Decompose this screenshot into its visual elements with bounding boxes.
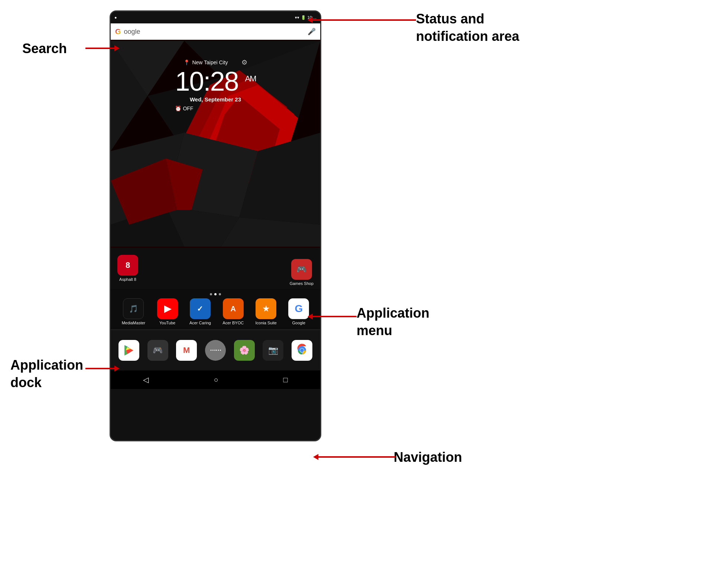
app-youtube[interactable]: ▶ YouTube: [157, 298, 178, 325]
nav-arrow-head: [313, 454, 318, 460]
svg-point-26: [300, 348, 304, 352]
app-google[interactable]: G Google: [288, 298, 309, 325]
alarm-icon: ⏰: [175, 106, 181, 111]
wallpaper: 📍 New Taipei City ⚙ 10:28 AM Wed, Septem…: [111, 40, 320, 248]
status-bar: ● ▾▾ 🔋 10:...: [111, 12, 320, 23]
game-controller-icon: 🎮: [147, 340, 168, 361]
apps-top-row: 8 Asphalt 8 🎮 Games Shop: [111, 248, 320, 289]
dot-1: [210, 293, 212, 295]
nav-arrow-line: [318, 456, 396, 458]
play-store-icon: [118, 340, 139, 361]
acer-caring-label: Acer Caring: [189, 321, 211, 325]
acer-byoc-label: Acer BYOC: [222, 321, 244, 325]
status-arrow: [312, 19, 416, 21]
settings-icon[interactable]: ⚙: [241, 58, 247, 67]
clock-time: 10:28 AM: [175, 68, 256, 95]
google-app-icon: G: [288, 298, 309, 319]
google-app-label: Google: [292, 321, 305, 325]
games-shop-icon: 🎮: [291, 259, 312, 280]
recent-button[interactable]: □: [283, 376, 287, 384]
acer-byoc-icon: A: [223, 298, 244, 319]
app-acer-caring[interactable]: ✓ Acer Caring: [189, 298, 211, 325]
google-text: oogle: [124, 28, 140, 36]
youtube-label: YouTube: [159, 321, 175, 325]
apps-tray: 🎵 MediaMaster ▶ YouTube ✓ Acer Caring: [111, 289, 320, 330]
alarm-status: OFF: [183, 106, 193, 111]
dock-app-drawer[interactable]: ⋯⋯: [205, 340, 226, 361]
clock-widget: 📍 New Taipei City ⚙ 10:28 AM Wed, Septem…: [175, 58, 256, 111]
app-dock-annotation-label: Applicationdock: [10, 357, 83, 392]
camera-icon: 📷: [263, 340, 283, 361]
app-iconia-suite[interactable]: ★ Iconia Suite: [255, 298, 276, 325]
foliage-icon: 🌸: [234, 340, 255, 361]
dock-chrome[interactable]: [292, 340, 312, 361]
search-bar[interactable]: G oogle 🎤: [111, 23, 320, 40]
gmail-icon: M: [176, 340, 197, 361]
location-pin-icon: 📍: [183, 59, 190, 65]
mediamaster-label: MediaMaster: [122, 321, 146, 325]
app-games-shop[interactable]: 🎮 Games Shop: [290, 259, 313, 286]
phone-frame: ● ▾▾ 🔋 10:... G oogle 🎤: [110, 10, 321, 441]
location-row: 📍 New Taipei City ⚙: [175, 58, 256, 67]
asphalt8-label: Asphalt 8: [119, 277, 136, 282]
search-arrow: [85, 48, 115, 49]
battery-icon: 🔋: [301, 15, 306, 20]
mic-icon[interactable]: 🎤: [308, 27, 316, 36]
iconia-suite-label: Iconia Suite: [255, 321, 276, 325]
dock-camera[interactable]: 📷: [263, 340, 283, 361]
mediamaster-icon: 🎵: [123, 298, 144, 319]
games-shop-label: Games Shop: [290, 281, 313, 286]
navigation-annotation-label: Navigation: [394, 450, 462, 465]
dot-2: [214, 293, 217, 295]
app-menu-annotation-label: Applicationmenu: [357, 305, 429, 340]
status-annotation-label: Status andnotification area: [416, 10, 519, 45]
dock-gmail[interactable]: M: [176, 340, 197, 361]
wifi-icon: ▾▾: [295, 15, 299, 20]
app-dock-arrow: [85, 368, 115, 369]
app-asphalt8[interactable]: 8 Asphalt 8: [117, 255, 138, 282]
back-button[interactable]: ◁: [143, 375, 149, 384]
alarm-row: ⏰ OFF: [175, 106, 256, 111]
app-drawer-icon: ⋯⋯: [205, 340, 226, 361]
app-mediamaster[interactable]: 🎵 MediaMaster: [122, 298, 146, 325]
page-dots: [210, 293, 221, 295]
location-text: New Taipei City: [192, 59, 228, 65]
dot-3: [219, 293, 221, 295]
app-menu-arrow: [312, 316, 357, 317]
youtube-icon: ▶: [157, 298, 178, 319]
status-left-icon: ●: [114, 15, 117, 20]
google-logo: G: [115, 27, 121, 36]
iconia-suite-icon: ★: [256, 298, 276, 319]
nav-bar: ◁ ○ □: [111, 370, 320, 389]
dock-game-controller[interactable]: 🎮: [147, 340, 168, 361]
chrome-icon: [292, 340, 312, 361]
search-annotation-label: Search: [22, 41, 67, 56]
dock-play-store[interactable]: [118, 340, 139, 361]
dock: 🎮 M ⋯⋯ 🌸 📷: [111, 330, 320, 370]
acer-caring-icon: ✓: [190, 298, 211, 319]
asphalt8-icon: 8: [117, 255, 138, 276]
app-acer-byoc[interactable]: A Acer BYOC: [222, 298, 244, 325]
home-button[interactable]: ○: [214, 376, 218, 384]
dock-foliage[interactable]: 🌸: [234, 340, 255, 361]
clock-date: Wed, September 23: [175, 96, 256, 103]
